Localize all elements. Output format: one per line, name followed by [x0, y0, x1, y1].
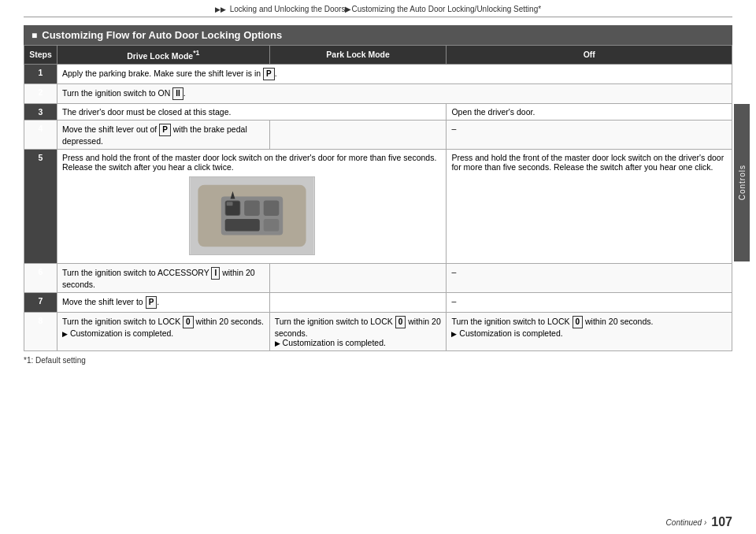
table-row: 6 Turn the ignition switch to ACCESSORY …: [24, 263, 732, 292]
step-4: 4: [24, 120, 57, 149]
step-1: 1: [24, 64, 57, 83]
step-8: 8: [24, 312, 57, 350]
svg-rect-4: [244, 200, 260, 216]
table-row: 7 Move the shift lever to P. –: [24, 292, 732, 312]
step-3: 3: [24, 103, 57, 120]
right-sidebar: Controls: [734, 104, 750, 261]
step-6: 6: [24, 263, 57, 292]
svg-rect-10: [226, 202, 232, 206]
col-park: Park Lock Mode: [269, 46, 447, 65]
svg-rect-6: [224, 218, 259, 231]
table-row: 4 Move the shift lever out of P with the…: [24, 120, 732, 149]
table-row: 8 Turn the ignition switch to LOCK 0 wit…: [24, 312, 732, 350]
continued-text: Continued ›: [666, 518, 707, 527]
col-steps: Steps: [24, 46, 57, 65]
svg-rect-5: [263, 200, 279, 216]
step-7: 7: [24, 292, 57, 312]
key-p: P: [263, 68, 275, 80]
footnote: *1: Default setting: [24, 356, 732, 365]
key-0-off: 0: [573, 316, 584, 328]
key-p-4: P: [159, 124, 171, 136]
col-drive: Drive Lock Mode*1: [57, 46, 270, 65]
key-0-drive: 0: [183, 316, 194, 328]
sidebar-label: Controls: [738, 165, 747, 200]
door-lock-image: [189, 176, 315, 255]
key-0-park: 0: [395, 316, 406, 328]
page-footer: Continued › 107: [666, 515, 732, 529]
table-row: 5 Press and hold the front of the master…: [24, 149, 732, 263]
step-2: 2: [24, 83, 57, 103]
page-number: 107: [711, 515, 732, 529]
steps-table: Steps Drive Lock Mode*1 Park Lock Mode O…: [24, 45, 732, 351]
page-header: Locking and Unlocking the Doors▶Customiz…: [24, 0, 732, 17]
step-5: 5: [24, 149, 57, 263]
col-off: Off: [447, 46, 732, 65]
section-title: Customizing Flow for Auto Door Locking O…: [24, 25, 732, 45]
table-row: 1 Apply the parking brake. Make sure the…: [24, 64, 732, 83]
header-text: Locking and Unlocking the Doors▶Customiz…: [230, 5, 541, 13]
key-p-7: P: [146, 296, 158, 309]
table-row: 3 The driver's door must be closed at th…: [24, 103, 732, 120]
step5-drive-text: Press and hold the front of the master d…: [62, 153, 441, 172]
table-row: 2 Turn the ignition switch to ON II.: [24, 83, 732, 103]
svg-rect-7: [263, 218, 279, 231]
key-ii: II: [172, 87, 183, 100]
key-i: I: [211, 267, 220, 280]
